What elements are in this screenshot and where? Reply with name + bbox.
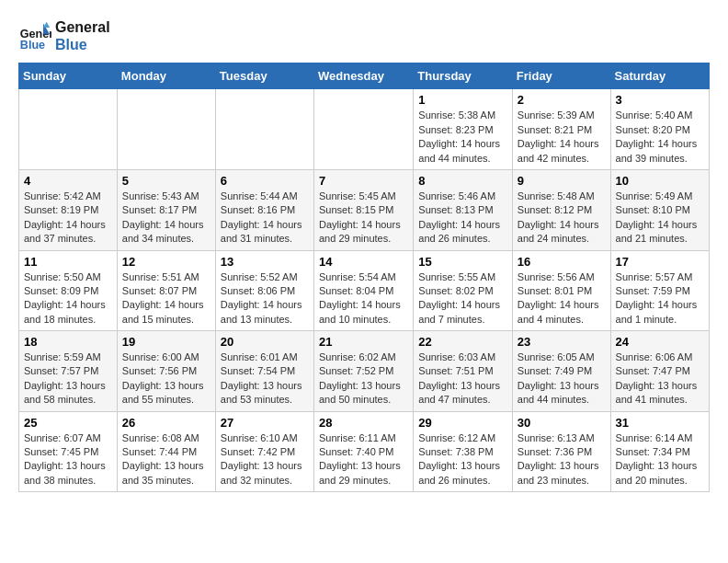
calendar-cell: 31Sunrise: 6:14 AM Sunset: 7:34 PM Dayli… <box>610 411 709 492</box>
day-number: 22 <box>418 335 507 349</box>
day-info: Sunrise: 5:46 AM Sunset: 8:13 PM Dayligh… <box>418 190 507 247</box>
calendar-cell: 25Sunrise: 6:07 AM Sunset: 7:45 PM Dayli… <box>19 411 118 492</box>
day-number: 4 <box>24 174 112 188</box>
week-row-5: 25Sunrise: 6:07 AM Sunset: 7:45 PM Dayli… <box>19 411 710 492</box>
calendar-cell: 15Sunrise: 5:55 AM Sunset: 8:02 PM Dayli… <box>414 250 513 331</box>
day-number: 10 <box>616 174 704 188</box>
logo: General Blue General Blue <box>18 18 110 53</box>
week-row-1: 1Sunrise: 5:38 AM Sunset: 8:23 PM Daylig… <box>19 89 710 170</box>
svg-text:Blue: Blue <box>20 40 45 52</box>
day-info: Sunrise: 5:38 AM Sunset: 8:23 PM Dayligh… <box>418 109 507 166</box>
day-info: Sunrise: 5:52 AM Sunset: 8:06 PM Dayligh… <box>221 270 309 327</box>
day-info: Sunrise: 6:00 AM Sunset: 7:56 PM Dayligh… <box>122 350 210 408</box>
day-number: 20 <box>221 335 309 349</box>
calendar-cell: 20Sunrise: 6:01 AM Sunset: 7:54 PM Dayli… <box>215 331 313 412</box>
calendar-cell: 16Sunrise: 5:56 AM Sunset: 8:01 PM Dayli… <box>512 250 610 331</box>
day-number: 9 <box>518 174 606 188</box>
day-number: 14 <box>319 255 408 269</box>
calendar-cell: 13Sunrise: 5:52 AM Sunset: 8:06 PM Dayli… <box>215 250 313 331</box>
day-info: Sunrise: 5:56 AM Sunset: 8:01 PM Dayligh… <box>518 270 606 327</box>
day-number: 21 <box>319 335 408 349</box>
day-number: 31 <box>616 416 704 430</box>
calendar-cell <box>19 89 118 170</box>
calendar-cell: 24Sunrise: 6:06 AM Sunset: 7:47 PM Dayli… <box>610 331 709 412</box>
day-info: Sunrise: 5:42 AM Sunset: 8:19 PM Dayligh… <box>24 190 112 247</box>
day-number: 5 <box>122 174 210 188</box>
day-info: Sunrise: 5:49 AM Sunset: 8:10 PM Dayligh… <box>616 190 704 247</box>
calendar-cell: 5Sunrise: 5:43 AM Sunset: 8:17 PM Daylig… <box>117 169 215 250</box>
calendar-cell: 27Sunrise: 6:10 AM Sunset: 7:42 PM Dayli… <box>215 411 313 492</box>
day-number: 18 <box>24 335 112 349</box>
day-number: 11 <box>24 255 112 269</box>
day-info: Sunrise: 5:55 AM Sunset: 8:02 PM Dayligh… <box>418 270 507 327</box>
week-row-3: 11Sunrise: 5:50 AM Sunset: 8:09 PM Dayli… <box>19 250 710 331</box>
calendar-cell: 26Sunrise: 6:08 AM Sunset: 7:44 PM Dayli… <box>117 411 215 492</box>
calendar-cell: 6Sunrise: 5:44 AM Sunset: 8:16 PM Daylig… <box>215 169 313 250</box>
day-number: 17 <box>616 255 704 269</box>
day-info: Sunrise: 5:57 AM Sunset: 7:59 PM Dayligh… <box>616 270 704 327</box>
day-header-tuesday: Tuesday <box>215 63 313 89</box>
day-number: 23 <box>518 335 606 349</box>
day-number: 8 <box>418 174 507 188</box>
day-header-saturday: Saturday <box>610 63 709 89</box>
calendar-cell: 29Sunrise: 6:12 AM Sunset: 7:38 PM Dayli… <box>414 411 513 492</box>
calendar-cell: 12Sunrise: 5:51 AM Sunset: 8:07 PM Dayli… <box>117 250 215 331</box>
week-row-4: 18Sunrise: 5:59 AM Sunset: 7:57 PM Dayli… <box>19 331 710 412</box>
day-number: 24 <box>616 335 704 349</box>
calendar-header-row: SundayMondayTuesdayWednesdayThursdayFrid… <box>19 63 710 89</box>
day-info: Sunrise: 5:50 AM Sunset: 8:09 PM Dayligh… <box>24 270 112 327</box>
day-info: Sunrise: 6:08 AM Sunset: 7:44 PM Dayligh… <box>122 431 210 488</box>
day-number: 6 <box>221 174 309 188</box>
day-number: 15 <box>418 255 507 269</box>
day-number: 28 <box>319 416 408 430</box>
day-info: Sunrise: 5:45 AM Sunset: 8:15 PM Dayligh… <box>319 190 408 247</box>
day-number: 3 <box>616 93 704 107</box>
day-info: Sunrise: 6:01 AM Sunset: 7:54 PM Dayligh… <box>221 350 309 408</box>
day-info: Sunrise: 5:44 AM Sunset: 8:16 PM Dayligh… <box>221 190 309 247</box>
calendar-cell: 22Sunrise: 6:03 AM Sunset: 7:51 PM Dayli… <box>414 331 513 412</box>
day-header-friday: Friday <box>512 63 610 89</box>
calendar-cell: 14Sunrise: 5:54 AM Sunset: 8:04 PM Dayli… <box>313 250 413 331</box>
day-header-thursday: Thursday <box>414 63 513 89</box>
calendar-cell: 19Sunrise: 6:00 AM Sunset: 7:56 PM Dayli… <box>117 331 215 412</box>
calendar-table: SundayMondayTuesdayWednesdayThursdayFrid… <box>18 63 710 492</box>
day-info: Sunrise: 6:14 AM Sunset: 7:34 PM Dayligh… <box>616 431 704 488</box>
day-number: 1 <box>418 93 507 107</box>
day-info: Sunrise: 6:07 AM Sunset: 7:45 PM Dayligh… <box>24 431 112 488</box>
day-info: Sunrise: 6:12 AM Sunset: 7:38 PM Dayligh… <box>418 431 507 488</box>
day-number: 26 <box>122 416 210 430</box>
day-number: 19 <box>122 335 210 349</box>
day-number: 7 <box>319 174 408 188</box>
calendar-cell <box>215 89 313 170</box>
day-number: 16 <box>518 255 606 269</box>
calendar-cell: 4Sunrise: 5:42 AM Sunset: 8:19 PM Daylig… <box>19 169 118 250</box>
day-info: Sunrise: 5:40 AM Sunset: 8:20 PM Dayligh… <box>616 109 704 166</box>
day-info: Sunrise: 5:48 AM Sunset: 8:12 PM Dayligh… <box>518 190 606 247</box>
calendar-cell: 11Sunrise: 5:50 AM Sunset: 8:09 PM Dayli… <box>19 250 118 331</box>
day-info: Sunrise: 5:39 AM Sunset: 8:21 PM Dayligh… <box>518 109 606 166</box>
calendar-cell: 8Sunrise: 5:46 AM Sunset: 8:13 PM Daylig… <box>414 169 513 250</box>
logo-icon: General Blue <box>18 19 51 52</box>
day-info: Sunrise: 6:13 AM Sunset: 7:36 PM Dayligh… <box>518 431 606 488</box>
calendar-cell: 10Sunrise: 5:49 AM Sunset: 8:10 PM Dayli… <box>610 169 709 250</box>
day-info: Sunrise: 6:03 AM Sunset: 7:51 PM Dayligh… <box>418 350 507 408</box>
calendar-cell: 2Sunrise: 5:39 AM Sunset: 8:21 PM Daylig… <box>512 89 610 170</box>
svg-marker-3 <box>43 22 50 28</box>
calendar-cell: 23Sunrise: 6:05 AM Sunset: 7:49 PM Dayli… <box>512 331 610 412</box>
calendar-cell: 1Sunrise: 5:38 AM Sunset: 8:23 PM Daylig… <box>414 89 513 170</box>
day-header-wednesday: Wednesday <box>313 63 413 89</box>
day-number: 25 <box>24 416 112 430</box>
calendar-cell: 3Sunrise: 5:40 AM Sunset: 8:20 PM Daylig… <box>610 89 709 170</box>
day-number: 29 <box>418 416 507 430</box>
day-number: 2 <box>518 93 606 107</box>
calendar-cell: 21Sunrise: 6:02 AM Sunset: 7:52 PM Dayli… <box>313 331 413 412</box>
calendar-cell <box>313 89 413 170</box>
week-row-2: 4Sunrise: 5:42 AM Sunset: 8:19 PM Daylig… <box>19 169 710 250</box>
day-info: Sunrise: 6:05 AM Sunset: 7:49 PM Dayligh… <box>518 350 606 408</box>
calendar-cell: 28Sunrise: 6:11 AM Sunset: 7:40 PM Dayli… <box>313 411 413 492</box>
calendar-cell: 30Sunrise: 6:13 AM Sunset: 7:36 PM Dayli… <box>512 411 610 492</box>
day-info: Sunrise: 6:02 AM Sunset: 7:52 PM Dayligh… <box>319 350 408 408</box>
calendar-cell: 9Sunrise: 5:48 AM Sunset: 8:12 PM Daylig… <box>512 169 610 250</box>
day-info: Sunrise: 5:54 AM Sunset: 8:04 PM Dayligh… <box>319 270 408 327</box>
logo-blue: Blue <box>55 36 110 53</box>
